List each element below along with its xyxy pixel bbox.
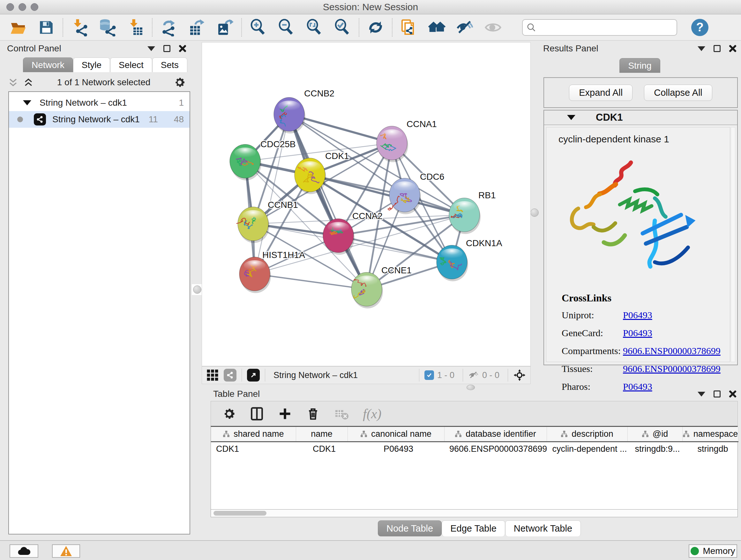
zoom-in-icon[interactable] (248, 17, 268, 37)
cell-id[interactable]: stringdb:9... (627, 442, 682, 456)
tab-node-table[interactable]: Node Table (378, 520, 442, 537)
hide-selected-icon[interactable] (455, 17, 475, 37)
memory-status-dot (690, 547, 699, 555)
shared-column-icon (455, 430, 462, 437)
panel-float-icon[interactable] (714, 390, 721, 397)
network-view-canvas[interactable]: CCNB2CCNA1CDC25BCDK1CDC6RB1CCNB1CCNA2CDK… (202, 42, 531, 366)
tab-select[interactable]: Select (110, 57, 152, 72)
network-view-toolbar: String Network – cdk1 1 - 0 0 - 0 (202, 366, 531, 384)
panel-menu-icon[interactable] (147, 46, 155, 51)
expand-all-networks-icon[interactable] (23, 77, 34, 88)
cell-name[interactable]: CDK1 (296, 442, 347, 456)
column-header[interactable]: shared name (211, 427, 296, 442)
table-options-gear-icon[interactable] (222, 407, 236, 421)
window-zoom-button[interactable] (30, 3, 38, 11)
zoom-out-icon[interactable] (276, 17, 296, 37)
cell-namespace[interactable]: stringdb (682, 442, 738, 456)
network-options-gear-icon[interactable] (174, 76, 186, 88)
node-table[interactable]: shared name name canonical name database… (211, 426, 738, 509)
crosslink-link[interactable]: P06493 (623, 310, 652, 320)
section-expand-icon[interactable] (567, 115, 576, 120)
network-node-count: 11 (149, 114, 158, 125)
import-network-from-database-icon[interactable] (98, 17, 118, 37)
panel-menu-icon[interactable] (697, 46, 705, 51)
node-label: HIST1H1A (262, 250, 305, 260)
panel-close-icon[interactable] (729, 390, 737, 398)
table-row[interactable]: CDK1 CDK1 P06493 9606.ENSP00000378699 cy… (211, 442, 738, 456)
tab-sets[interactable]: Sets (152, 57, 187, 72)
column-header[interactable]: name (296, 427, 347, 442)
import-table-icon[interactable] (126, 17, 145, 37)
scrollbar-thumb[interactable] (213, 511, 266, 516)
cell-shared-name[interactable]: CDK1 (211, 442, 296, 456)
tab-network-table[interactable]: Network Table (505, 520, 581, 537)
column-header[interactable]: @id (627, 427, 682, 442)
collapse-all-button[interactable]: Collapse All (644, 84, 712, 101)
zoom-fit-icon[interactable] (305, 17, 324, 37)
network-collection-row[interactable]: String Network – cdk1 1 (9, 95, 190, 111)
export-image-icon[interactable] (215, 17, 235, 37)
crosslink-link[interactable]: 9606.ENSP00000378699 (623, 346, 721, 356)
network-list: String Network – cdk1 1 String Network –… (8, 91, 190, 535)
export-network-icon[interactable] (159, 17, 179, 37)
network-name: String Network – cdk1 (52, 114, 149, 125)
column-header[interactable]: canonical name (347, 427, 444, 442)
grid-view-icon[interactable] (206, 369, 219, 381)
column-header[interactable]: namespace (682, 427, 738, 442)
crosslink-label: Tissues: (562, 363, 623, 374)
tab-style[interactable]: Style (73, 57, 110, 72)
fit-content-crosshair-icon[interactable] (513, 369, 526, 381)
warnings-button[interactable] (52, 544, 80, 558)
tab-edge-table[interactable]: Edge Table (442, 520, 505, 537)
panel-close-icon[interactable] (729, 45, 737, 52)
search-input[interactable] (536, 22, 673, 32)
clone-network-icon[interactable] (399, 17, 419, 37)
save-session-icon[interactable] (37, 17, 56, 37)
detach-view-icon[interactable] (247, 369, 260, 381)
help-icon[interactable]: ? (691, 19, 709, 36)
right-splitter-handle[interactable] (530, 208, 539, 217)
table-horizontal-scrollbar[interactable] (211, 509, 738, 517)
crosslink-link[interactable]: P06493 (623, 327, 652, 338)
tab-network[interactable]: Network (23, 57, 73, 72)
column-header[interactable]: database identifier (444, 427, 547, 442)
zoom-selected-icon[interactable] (333, 17, 352, 37)
cloud-services-button[interactable] (10, 544, 38, 558)
cell-canonical-name[interactable]: P06493 (347, 442, 444, 456)
window-minimize-button[interactable] (18, 3, 26, 11)
first-neighbors-icon[interactable] (427, 17, 447, 37)
search-field[interactable] (522, 19, 677, 36)
column-header[interactable]: description (547, 427, 627, 442)
open-session-icon[interactable] (8, 17, 28, 37)
window-close-button[interactable] (6, 3, 14, 11)
collapse-all-networks-icon[interactable] (8, 77, 18, 88)
memory-label: Memory (703, 546, 735, 556)
toolbar-separator (463, 369, 463, 381)
memory-button[interactable]: Memory (689, 544, 737, 558)
network-share-icon[interactable] (224, 369, 237, 381)
panel-menu-icon[interactable] (697, 392, 705, 396)
delete-column-icon[interactable] (306, 407, 320, 421)
panel-float-icon[interactable] (714, 45, 721, 52)
left-splitter-handle[interactable] (192, 284, 203, 295)
node-details-header[interactable]: CDK1 (544, 111, 737, 125)
cell-description[interactable]: cyclin-dependent ... (547, 442, 627, 456)
toolbar-separator (265, 369, 265, 381)
crosslink-link[interactable]: 9606.ENSP00000378699 (623, 363, 721, 374)
cell-database-identifier[interactable]: 9606.ENSP00000378699 (444, 442, 547, 456)
tab-string[interactable]: String (619, 58, 660, 73)
network-row-selected[interactable]: String Network – cdk1 11 48 (9, 111, 190, 128)
show-columns-icon[interactable] (250, 407, 264, 421)
add-column-icon[interactable] (278, 407, 292, 421)
node-details-section: CDK1 cyclin-dependent kinase 1 (543, 110, 738, 365)
node-label: CDC25B (260, 139, 295, 149)
expand-all-button[interactable]: Expand All (569, 84, 632, 101)
results-scrollbar[interactable] (731, 127, 735, 362)
panel-close-icon[interactable] (179, 45, 186, 52)
collection-expand-icon[interactable] (23, 100, 31, 105)
export-table-icon[interactable] (187, 17, 207, 37)
hidden-items-icon (468, 370, 479, 381)
panel-float-icon[interactable] (163, 45, 171, 52)
apply-layout-icon[interactable] (366, 17, 386, 37)
import-network-icon[interactable] (70, 17, 89, 37)
